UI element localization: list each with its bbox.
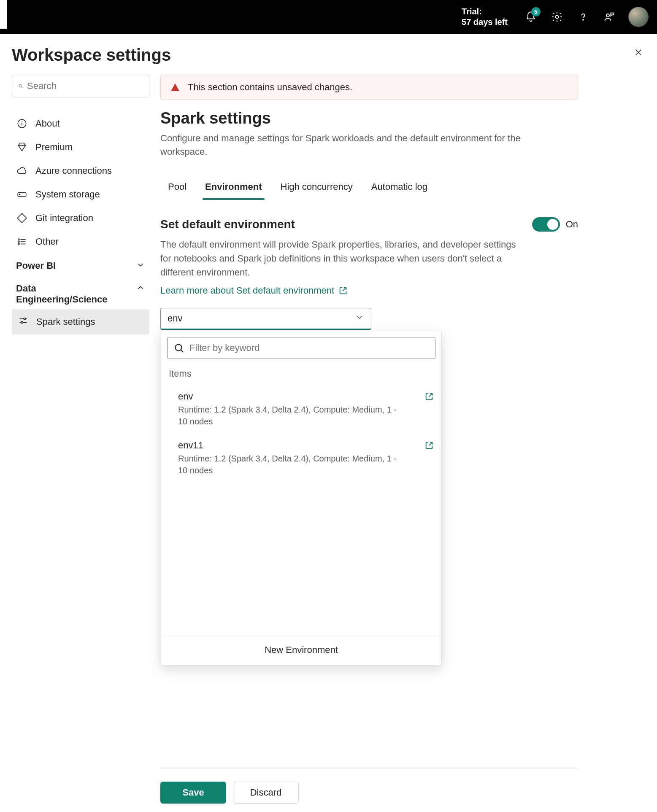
list-icon <box>16 236 27 247</box>
left-stub <box>0 0 7 29</box>
svg-point-10 <box>24 318 25 320</box>
learn-more-text: Learn more about Set default environment <box>160 285 334 296</box>
sidebar-subitem-spark[interactable]: Spark settings <box>12 309 149 335</box>
section-title: Set default environment <box>160 218 295 231</box>
sidebar-section-label: Data Engineering/Science <box>16 283 126 305</box>
chevron-up-icon <box>136 283 145 292</box>
trial-label: Trial: <box>462 6 508 17</box>
svg-point-12 <box>175 344 181 351</box>
notifications-button[interactable]: 5 <box>524 10 538 24</box>
trial-days: 57 days left <box>462 17 508 27</box>
svg-point-11 <box>21 321 23 323</box>
sidebar-section-label: Power BI <box>16 260 56 271</box>
dropdown-item-name: env <box>178 391 406 402</box>
dropdown-item-meta: Runtime: 1.2 (Spark 3.4, Delta 2.4), Com… <box>178 453 406 476</box>
alert-text: This section contains unsaved changes. <box>188 82 352 93</box>
sidebar-item-label: Premium <box>35 142 73 153</box>
page-heading: Spark settings <box>160 109 578 127</box>
diamond-icon <box>16 142 27 153</box>
discard-button[interactable]: Discard <box>233 782 299 804</box>
sidebar-item-git[interactable]: Git integration <box>12 206 149 230</box>
save-button[interactable]: Save <box>160 782 226 804</box>
search-icon <box>173 343 184 353</box>
feedback-button[interactable] <box>602 10 616 24</box>
sidebar-item-label: System storage <box>35 189 100 200</box>
sidebar-item-label: Azure connections <box>35 165 112 176</box>
footer-actions: Save Discard <box>160 769 578 804</box>
main-content: This section contains unsaved changes. S… <box>160 75 578 804</box>
page-description: Configure and manage settings for Spark … <box>160 132 540 159</box>
user-avatar[interactable] <box>628 7 649 27</box>
dropdown-item-name: env11 <box>178 440 406 451</box>
notification-badge: 5 <box>531 7 541 16</box>
sidebar-section-data[interactable]: Data Engineering/Science <box>12 276 149 309</box>
tabs: Pool Environment High concurrency Automa… <box>160 175 578 200</box>
sidebar-item-premium[interactable]: Premium <box>12 135 149 159</box>
warning-icon <box>170 82 180 92</box>
new-environment-button[interactable]: New Environment <box>161 635 441 665</box>
external-link-icon <box>338 286 348 295</box>
open-item-button[interactable] <box>424 441 434 453</box>
tab-high-concurrency[interactable]: High concurrency <box>281 175 353 200</box>
dropdown-item-meta: Runtime: 1.2 (Spark 3.4, Delta 2.4), Com… <box>178 404 406 427</box>
external-link-icon <box>424 392 434 401</box>
dropdown-filter-input[interactable] <box>189 343 429 353</box>
sidebar-subitem-label: Spark settings <box>36 316 95 327</box>
sidebar-section-powerbi[interactable]: Power BI <box>12 254 149 276</box>
open-item-button[interactable] <box>424 392 434 404</box>
default-env-toggle[interactable] <box>532 217 560 232</box>
svg-point-0 <box>556 16 559 19</box>
tab-pool[interactable]: Pool <box>168 175 187 200</box>
settings-button[interactable] <box>550 10 564 24</box>
question-icon <box>577 11 589 23</box>
external-link-icon <box>424 441 434 450</box>
section-description: The default environment will provide Spa… <box>160 237 527 279</box>
help-button[interactable] <box>576 10 590 24</box>
dropdown-item[interactable]: env11 Runtime: 1.2 (Spark 3.4, Delta 2.4… <box>161 434 441 483</box>
environment-combobox[interactable]: env Items env Runtime: 1.2 (Spark 3.4, D… <box>160 308 371 330</box>
workspace-settings-panel: Workspace settings About Premium <box>0 34 657 804</box>
info-icon <box>16 118 27 129</box>
svg-point-3 <box>19 84 22 87</box>
dropdown-empty-space <box>161 483 441 635</box>
panel-title: Workspace settings <box>12 46 171 65</box>
svg-point-8 <box>18 241 19 242</box>
sidebar-item-azure[interactable]: Azure connections <box>12 159 149 183</box>
storage-icon <box>16 189 27 200</box>
person-feedback-icon <box>603 11 615 23</box>
learn-more-link[interactable]: Learn more about Set default environment <box>160 285 348 296</box>
unsaved-changes-alert: This section contains unsaved changes. <box>160 75 578 100</box>
svg-point-2 <box>606 14 609 17</box>
tab-environment[interactable]: Environment <box>205 175 262 200</box>
gear-icon <box>551 11 563 23</box>
dropdown-item[interactable]: env Runtime: 1.2 (Spark 3.4, Delta 2.4),… <box>161 385 441 434</box>
chevron-down-icon <box>136 260 145 270</box>
sidebar: About Premium Azure connections System s… <box>12 75 149 804</box>
sidebar-search[interactable] <box>12 75 149 97</box>
sidebar-item-label: Other <box>35 236 59 247</box>
svg-point-1 <box>583 19 584 20</box>
tab-automatic-log[interactable]: Automatic log <box>371 175 427 200</box>
toggle-state-label: On <box>566 219 578 230</box>
search-icon <box>18 81 23 91</box>
sidebar-item-about[interactable]: About <box>12 112 149 135</box>
svg-point-7 <box>18 239 19 240</box>
sidebar-item-label: About <box>35 118 60 129</box>
environment-dropdown: Items env Runtime: 1.2 (Spark 3.4, Delta… <box>161 331 442 665</box>
cloud-icon <box>16 165 27 176</box>
sidebar-item-storage[interactable]: System storage <box>12 183 149 206</box>
close-icon <box>634 48 643 57</box>
sidebar-item-other[interactable]: Other <box>12 230 149 254</box>
combobox-value: env <box>168 313 182 324</box>
close-button[interactable] <box>632 46 645 59</box>
chevron-down-icon <box>355 313 364 322</box>
sliders-icon <box>18 315 29 326</box>
top-bar: Trial: 57 days left 5 <box>0 0 657 34</box>
dropdown-filter[interactable] <box>167 337 435 359</box>
dropdown-items-heading: Items <box>161 365 441 385</box>
trial-info: Trial: 57 days left <box>462 6 508 27</box>
svg-point-6 <box>19 194 20 195</box>
sidebar-search-input[interactable] <box>27 81 143 92</box>
sidebar-item-label: Git integration <box>35 213 93 224</box>
git-icon <box>16 213 27 224</box>
